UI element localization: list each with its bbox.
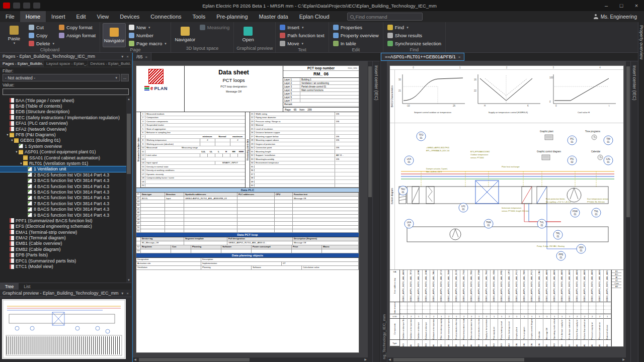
tree-item[interactable]: EPB (Parts lists): [0, 252, 131, 258]
hscroll-thumb[interactable]: [139, 358, 250, 361]
navigator-button[interactable]: Navigator: [103, 23, 126, 47]
insert-button[interactable]: Insert▾: [278, 24, 326, 31]
matrix-column[interactable]: GEB01_ASP01_RLT01_ANL_CAL011CalendarGA: [536, 270, 543, 346]
matrix-column[interactable]: GEB01_ASP01_RLT01_ANL_ANS092Pressure ext…: [596, 270, 604, 346]
close-button[interactable]: ×: [629, 0, 644, 11]
matrix-column[interactable]: GEB01_ASP01_RLT01_ANL_ANS021Message OffB…: [543, 270, 551, 346]
panel-menu-icon[interactable]: ▾: [121, 54, 123, 59]
tree-item[interactable]: EFA1 (PLC card overview): [0, 121, 131, 126]
copy-format-button[interactable]: Copy format: [57, 24, 97, 31]
tree-item[interactable]: 1 System overview: [0, 143, 131, 149]
ribbon-tab-home[interactable]: Home: [20, 11, 46, 22]
filter-ellipsis-button[interactable]: ...: [121, 74, 129, 81]
number-button[interactable]: Number: [127, 32, 168, 39]
scroll-left-icon[interactable]: ◀: [387, 357, 392, 362]
tab-close-icon[interactable]: ×: [458, 55, 461, 59]
tree-item[interactable]: ▾RLT01 (Ventilation system 01): [0, 160, 131, 166]
panel-tab-0[interactable]: Pages - Eplan_Buildin...: [0, 60, 44, 67]
matrix-column[interactable]: GEB01_ASP01_RLT01_ANL_TAU012Exhaust air …: [430, 270, 438, 346]
insert-center-strip[interactable]: Insert center (IEC): [372, 61, 380, 362]
tree-item[interactable]: EDB (Structure description): [0, 109, 131, 115]
matrix-column[interactable]: GEB01_ASP01_RLT01_ANL_TVL012Flow tempera…: [460, 270, 468, 346]
pid-viewport[interactable]: 01234 BACS Characteristics 30 21 -10 26: [387, 61, 626, 362]
matrix-column[interactable]: GEB01_ASP01_RLT01_ANL_TRL012Return tempe…: [468, 270, 475, 346]
matrix-column[interactable]: GEB01_ASP01_RLT01_ANL_B13011Frost protec…: [453, 270, 460, 346]
ribbon-tab-master-data[interactable]: Master data: [254, 11, 294, 22]
expander-icon[interactable]: ▾: [6, 133, 10, 137]
ribbon-tab-eplan-cloud[interactable]: Eplan Cloud: [294, 11, 335, 22]
ribbon-tab-edit[interactable]: Edit: [71, 11, 92, 22]
matrix-column[interactable]: GEB01_ASP01_RLT01_ANL_FSW011Frost protec…: [475, 270, 483, 346]
tree-item[interactable]: EFA2 (Network Overview): [0, 126, 131, 132]
matrix-column[interactable]: GEB01_ASP01_RLT01_ANL_PIC011Graphic plan…: [513, 270, 521, 346]
tree-item[interactable]: SSA01 (Control cabinet automation): [0, 155, 131, 160]
matrix-column[interactable]: GEB01_ASP01_RLT01_ANL_TNW012Heat recover…: [445, 270, 453, 346]
tree-item[interactable]: EMA2 (Terminal diagram): [0, 235, 131, 240]
ribbon-tab-devices[interactable]: Devices: [114, 11, 145, 22]
matrix-column[interactable]: GEB01_ASP01_RLT01_ANL_ANS101External rel…: [604, 270, 611, 346]
ribbon-tab-connections[interactable]: Connections: [145, 11, 187, 22]
ribbon-tab-insert[interactable]: Insert: [46, 11, 71, 22]
tab-pid[interactable]: ==ASP01=RLT01++GEB01&PFB/1 ×: [381, 53, 464, 61]
matrix-column[interactable]: GEB01_ASP01_RLT01_ANL_LKA011Outdoor air …: [415, 270, 423, 346]
scroll-right-icon[interactable]: ▶: [363, 357, 368, 362]
open-button[interactable]: Open: [236, 23, 260, 46]
synchronize-selection-button[interactable]: Synchronize selection: [386, 40, 443, 47]
matrix-column[interactable]: GEB01_ASP01_RLT01_ANL_ANS041Fire damper …: [558, 270, 566, 346]
matrix-column[interactable]: GEB01_ASP01_RLT01_ANL_ANS072Volume flow …: [581, 270, 589, 346]
maximize-button[interactable]: □: [614, 0, 629, 11]
matrix-column[interactable]: GEB01_ASP01_RLT01_ANL_ANS082Pressure sup…: [589, 270, 596, 346]
tree-item[interactable]: ▾PFB (P&I Diagrams): [0, 132, 131, 137]
tab-tree[interactable]: Tree: [0, 283, 19, 290]
matrix-column[interactable]: GEB01_ASP01_RLT01_ANL_LF1011Filter monit…: [438, 270, 445, 346]
tree-item[interactable]: EEC (Safety instructions / Implementatio…: [0, 115, 131, 120]
find-command-box[interactable]: Find command: [347, 13, 423, 21]
insert-center-strip[interactable]: Insert center (IEC): [630, 61, 638, 362]
tree-scrollbar[interactable]: ▲ ▼: [126, 97, 131, 283]
tree-item[interactable]: EFS (Electrical engineering schematic): [0, 224, 131, 229]
undo-icon[interactable]: [23, 3, 30, 9]
move-button[interactable]: Move▾: [278, 40, 326, 47]
matrix-column[interactable]: GEB01_ASP01_RLT01_ANL_ANS031Operating mo…: [551, 270, 558, 346]
save-icon[interactable]: [13, 3, 20, 9]
tree-item[interactable]: 6 BACS function list VDI 3814 Part 4.3: [0, 195, 131, 201]
panel-close-icon[interactable]: ×: [126, 54, 129, 59]
tree-item[interactable]: 7 BACS function list VDI 3814 Part 4.3: [0, 201, 131, 206]
matrix-column[interactable]: GEB01_ASP01_RLT01_ANL_TIM011Time program…: [521, 270, 528, 346]
vertical-scrollbar[interactable]: [368, 61, 372, 362]
copy-button[interactable]: Copy: [27, 32, 56, 39]
vscroll-thumb[interactable]: [368, 66, 372, 197]
path-function-text-button[interactable]: Path function text: [278, 32, 326, 39]
delete-button[interactable]: Delete▾: [27, 40, 56, 47]
tree-item[interactable]: 9 BACS function list VDI 3814 Part 4.3: [0, 212, 131, 218]
redo-icon[interactable]: [33, 3, 40, 9]
tree-item[interactable]: 5 BACS function list VDI 3814 Part 4.3: [0, 189, 131, 195]
ribbon-tab-tools[interactable]: Tools: [187, 11, 211, 22]
tree-item[interactable]: EMA1 (Terminal-strip overview): [0, 229, 131, 235]
matrix-column[interactable]: GEB01_ASP01_RLT01_ANL_GP5012Valve heatin…: [506, 270, 513, 346]
matrix-column[interactable]: GEB01_ASP01_RLT01_ANL_ANS062Volume flow …: [574, 270, 581, 346]
matrix-column[interactable]: GEB01_ASP01_RLT01_ANL_PPE011Pump heating…: [498, 270, 506, 346]
filter-select[interactable]: - Not activated - ▾: [3, 74, 120, 81]
panel-tab-2[interactable]: Devices - Eplan_Build...: [88, 60, 131, 67]
horizontal-scrollbar[interactable]: ◀ ▶: [133, 357, 368, 362]
properties-button[interactable]: Properties: [332, 24, 380, 31]
value-input[interactable]: [3, 88, 129, 95]
show-results-button[interactable]: Show results: [386, 32, 443, 39]
matrix-column[interactable]: GEB01_ASP01_RLT01_ANL_VEN011Fan supply a…: [491, 270, 498, 346]
hscroll-thumb[interactable]: [393, 358, 524, 361]
matrix-column[interactable]: GEB01_ASP01_RLT01_ANL_ANS011Outdoor air …: [400, 270, 408, 346]
tree-item[interactable]: ▾GEB01 (Building 01): [0, 138, 131, 143]
panel-tab-1[interactable]: Layout space - Eplan_...: [44, 60, 88, 67]
assign-format-button[interactable]: Assign format: [57, 32, 97, 39]
in-table-button[interactable]: In table: [332, 40, 380, 47]
measuring-button[interactable]: Measuring: [198, 24, 231, 31]
scroll-left-icon[interactable]: ◀: [133, 357, 137, 362]
property-overview-strip[interactable]: Property overview: [638, 22, 644, 362]
tab-close-icon[interactable]: ×: [145, 55, 148, 59]
tree-item[interactable]: ▾ASP01 (Control equipment plant 01): [0, 149, 131, 155]
minimize-button[interactable]: –: [599, 0, 614, 11]
panel-menu-icon[interactable]: ▾: [121, 291, 123, 296]
tab-datasheet[interactable]: /65 ×: [133, 53, 151, 61]
scroll-down-icon[interactable]: ▼: [126, 278, 131, 283]
